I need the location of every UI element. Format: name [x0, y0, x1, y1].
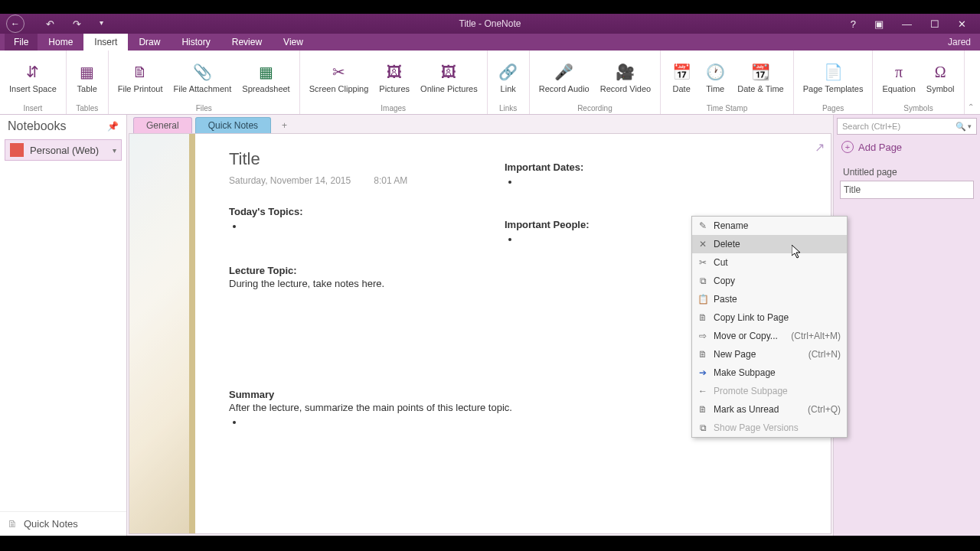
file-attachment-button[interactable]: 📎File Attachment — [168, 60, 236, 95]
ctx-page-versions: ⧉Show Page Versions — [692, 419, 847, 437]
quick-notes-link[interactable]: 🗎 Quick Notes — [0, 511, 126, 536]
close-button[interactable]: ✕ — [958, 18, 966, 30]
ribbon: ⇵Insert Space Insert ▦Table Tables 🗎File… — [0, 51, 980, 115]
tab-history[interactable]: History — [171, 34, 220, 51]
redo-button[interactable]: ↷ — [73, 18, 81, 30]
ctx-copy-link[interactable]: 🗎Copy Link to Page — [692, 308, 847, 327]
maximize-button[interactable]: ☐ — [930, 18, 939, 30]
ctx-new-page[interactable]: 🗎New Page(Ctrl+N) — [692, 345, 847, 364]
ctx-move[interactable]: ⇨Move or Copy...(Ctrl+Alt+M) — [692, 327, 847, 345]
pin-icon[interactable]: 📌 — [107, 121, 119, 132]
page-template-art — [129, 134, 194, 533]
ctx-copy[interactable]: ⧉Copy — [692, 272, 847, 290]
fullpage-button[interactable]: ▣ — [874, 18, 884, 30]
titlebar: ← ↶ ↷ ▾ Title - OneNote ? ▣ — ☐ ✕ — [0, 14, 980, 34]
page-list-item[interactable]: Title — [840, 181, 974, 199]
collapse-ribbon-button[interactable]: ⌃ — [968, 103, 974, 111]
ctx-make-subpage[interactable]: ➔Make Subpage — [692, 364, 847, 382]
tab-file[interactable]: File — [5, 34, 38, 51]
symbol-button[interactable]: ΩSymbol — [922, 60, 959, 95]
record-audio-button[interactable]: 🎤Record Audio — [534, 60, 594, 95]
insert-space-button[interactable]: ⇵Insert Space — [5, 60, 61, 95]
ctx-promote-subpage: ←Promote Subpage — [692, 382, 847, 400]
ctx-mark-unread[interactable]: 🗎Mark as Unread(Ctrl+Q) — [692, 400, 847, 419]
tab-home[interactable]: Home — [38, 34, 83, 51]
online-pictures-button[interactable]: 🖼Online Pictures — [416, 60, 482, 95]
file-printout-button[interactable]: 🗎File Printout — [113, 60, 168, 95]
mouse-cursor — [792, 245, 802, 259]
ribbon-tabs: File Home Insert Draw History Review Vie… — [0, 34, 980, 51]
spreadsheet-button[interactable]: ▦Spreadsheet — [237, 60, 294, 95]
tab-draw[interactable]: Draw — [128, 34, 171, 51]
ctx-cut[interactable]: ✂Cut — [692, 253, 847, 272]
undo-button[interactable]: ↶ — [46, 18, 54, 30]
screen-clipping-button[interactable]: ✂Screen Clipping — [305, 60, 374, 95]
time-button[interactable]: 🕐Time — [699, 60, 731, 95]
ctx-rename[interactable]: ✎Rename — [692, 217, 847, 235]
add-section-button[interactable]: + — [274, 118, 295, 133]
qat-customize[interactable]: ▾ — [100, 18, 103, 30]
notebook-item[interactable]: Personal (Web) ▾ — [5, 139, 122, 161]
back-button[interactable]: ← — [6, 15, 24, 33]
section-tab-quicknotes[interactable]: Quick Notes — [195, 117, 271, 133]
expand-icon[interactable]: ↗ — [815, 140, 825, 155]
record-video-button[interactable]: 🎥Record Video — [596, 60, 655, 95]
help-button[interactable]: ? — [851, 18, 856, 30]
search-icon: 🔍 — [956, 122, 966, 132]
context-menu: ✎Rename ✕Delete ✂Cut ⧉Copy 📋Paste 🗎Copy … — [691, 216, 848, 438]
table-button[interactable]: ▦Table — [71, 60, 103, 95]
pictures-button[interactable]: 🖼Pictures — [374, 60, 414, 95]
tab-insert[interactable]: Insert — [83, 34, 128, 51]
date-button[interactable]: 📅Date — [665, 60, 697, 95]
notebook-color-swatch — [10, 143, 24, 157]
tab-view[interactable]: View — [273, 34, 314, 51]
chevron-down-icon[interactable]: ▾ — [113, 146, 116, 155]
page-icon: 🗎 — [8, 518, 18, 530]
page-templates-button[interactable]: 📄Page Templates — [799, 60, 868, 95]
signed-in-user[interactable]: Jared — [939, 34, 980, 51]
section-tab-general[interactable]: General — [133, 117, 192, 133]
add-page-button[interactable]: + Add Page — [834, 136, 980, 158]
tab-review[interactable]: Review — [221, 34, 273, 51]
date-time-button[interactable]: 📆Date & Time — [733, 60, 789, 95]
page-list-item[interactable]: Untitled page — [840, 164, 974, 181]
link-button[interactable]: 🔗Link — [492, 60, 524, 95]
section-tabs: General Quick Notes + — [127, 115, 833, 133]
minimize-button[interactable]: — — [902, 18, 912, 30]
equation-button[interactable]: πEquation — [877, 60, 920, 95]
notebooks-header: Notebooks — [8, 119, 67, 133]
ctx-delete[interactable]: ✕Delete — [692, 235, 847, 253]
window-title: Title - OneNote — [459, 18, 521, 29]
ctx-paste[interactable]: 📋Paste — [692, 290, 847, 308]
plus-icon: + — [841, 141, 854, 153]
notebooks-sidebar: Notebooks📌 Personal (Web) ▾ 🗎 Quick Note… — [0, 115, 127, 536]
search-input[interactable]: Search (Ctrl+E) 🔍 ▾ — [837, 118, 977, 135]
pages-panel: Search (Ctrl+E) 🔍 ▾ + Add Page Untitled … — [833, 115, 980, 536]
